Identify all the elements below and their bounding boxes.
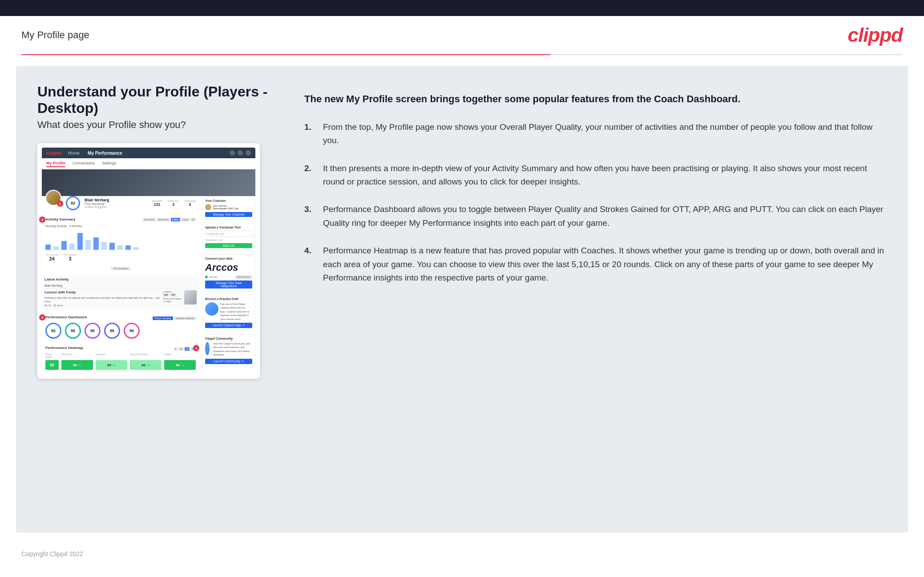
mock-drill-icon	[205, 302, 218, 316]
mock-round-filters: 5 10 15 20	[174, 347, 196, 351]
mock-off-course-stat: Off Course 3	[64, 253, 77, 261]
mock-disconnect-btn[interactable]: Disconnect	[235, 275, 252, 279]
right-intro: The new My Profile screen brings togethe…	[304, 92, 887, 106]
mock-trackman-link: Trackman Link	[205, 239, 252, 241]
mock-lesson-item: Lesson with Fonty Nothing to find: like …	[44, 288, 197, 309]
mock-nav-performance: My Performance	[88, 151, 122, 156]
mock-icon-bell	[238, 150, 243, 156]
mock-arccos-status: Arccos	[205, 276, 217, 278]
mock-activity-title: Activity Summary	[45, 217, 76, 221]
mock-banner	[42, 169, 255, 196]
mock-activity-header: Activity Summary On-course Off-course 6 …	[45, 217, 196, 223]
mock-heatmap-row: 92 90 ↑↓ 85 ↑↓ 86 ↑↓ 96 ↑↓	[45, 360, 196, 370]
mock-bar-12	[133, 247, 139, 250]
page-title: My Profile page	[21, 29, 89, 41]
mock-ring-ott: 90	[65, 323, 81, 339]
mock-launch-app-btn[interactable]: Launch Capture App ↗	[205, 323, 252, 328]
mock-activity-section: 2 Activity Summary On-course Off-course …	[42, 215, 199, 274]
clippd-logo: clippd	[847, 24, 903, 46]
mock-heatmap-app: 85 ↑↓	[96, 360, 127, 370]
left-column: Understand your Profile (Players - Deskt…	[37, 84, 278, 515]
mock-add-btn[interactable]: Add Link	[205, 243, 252, 248]
mock-profile-info: Blair McHarg Plus Handicap United Kingdo…	[85, 198, 147, 208]
mock-location: United Kingdom	[85, 205, 147, 208]
mock-ring-app: 85	[85, 323, 101, 339]
header: My Profile page clippd	[0, 16, 924, 54]
mock-community-content: Visit the Clippd Community and discover …	[205, 342, 252, 357]
mock-handicap-label: Plus Handicap	[85, 202, 147, 205]
mock-heatmap-header: Performance Heatmap 5 10 15 20	[45, 346, 196, 352]
mock-heatmap-overall: 92	[45, 360, 59, 370]
mock-lesson-info: Lesson with Fonty Nothing to find: like …	[44, 290, 160, 307]
mock-round-5: 5	[174, 347, 178, 351]
mock-manage-coaches-btn[interactable]: Manage Your Coaches	[205, 212, 252, 217]
mock-drill-content: Get one of the Clippd Capture drills fro…	[205, 302, 252, 321]
mock-nav-home: Home	[68, 151, 80, 156]
mock-community-box: Clippd Community Visit the Clippd Commun…	[202, 334, 255, 367]
list-item-2: It then presents a more in-depth view of…	[304, 162, 887, 189]
mock-toggle-btns: Player Quality Strokes Gained	[153, 317, 196, 320]
mock-community-text: Visit the Clippd Community and discover …	[213, 342, 252, 357]
mock-heatmap-label-pq: Player Quality	[45, 353, 59, 358]
mock-trackman-input: Trackman Link	[205, 231, 252, 237]
mock-stat-followers: Followers 3	[168, 200, 179, 207]
mock-coach-item: Dan Davies Barnehgate Golf Club	[205, 204, 252, 210]
mock-tag-drill: drill	[170, 293, 176, 297]
mock-filter-off: Off-course	[157, 218, 169, 221]
header-divider	[21, 54, 903, 55]
mock-subnav: My Profile Connections Settings	[42, 158, 255, 169]
top-bar	[0, 0, 924, 16]
mock-stat-following: Following 5	[185, 200, 196, 207]
mock-trackman-title: Upload a Trackman Test	[205, 226, 252, 229]
mock-filter-on: On-course	[143, 218, 156, 221]
mock-trackman-box: Upload a Trackman Test Trackman Link Tra…	[202, 223, 255, 251]
mock-drill-text: Get one of the Clippd Capture drills fro…	[220, 302, 252, 321]
mock-activity-item-1: Blair McHarg	[44, 283, 197, 288]
mock-bar-2	[53, 246, 59, 250]
mock-following-value: 5	[185, 202, 196, 207]
mock-toggle-player: Player Quality	[153, 317, 173, 320]
mock-media-count: 1 Image	[163, 300, 182, 303]
mock-bar-8	[101, 242, 107, 250]
mock-lesson-tags: golf drill	[163, 293, 182, 297]
mock-main-area: 1 92 Blair McHarg Plus Handicap United K…	[42, 196, 255, 374]
mock-heatmap-putt: 96 ↑↓	[164, 360, 196, 370]
mock-arccos-dot	[205, 276, 208, 278]
mock-perf-rings: 92 90 85 86 96	[45, 323, 196, 339]
list-item-1: From the top, My Profile page now shows …	[304, 120, 887, 148]
mock-filter-5m: 6 Mths	[171, 218, 180, 221]
mock-community-img	[205, 342, 210, 355]
main-heading: Understand your Profile (Players - Deskt…	[37, 84, 278, 116]
list-item-2-text: It then presents a more in-depth view of…	[323, 162, 887, 189]
list-item-3-text: Performance Dashboard allows you to togg…	[323, 203, 887, 230]
mock-bar-1	[45, 244, 51, 250]
mock-toggle-strokes: Strokes Gained	[174, 317, 196, 320]
mock-coach-avatar	[205, 204, 211, 210]
mock-on-course-value: 24	[45, 256, 58, 261]
mock-activities-value: 131	[152, 202, 162, 207]
mock-drill-box: Record a Practice Drill Get one of the C…	[202, 294, 255, 331]
mock-manage-integrations-btn[interactable]: Manage Your Data Integrations	[205, 280, 252, 288]
mock-coach-info: Dan Davies Barnehgate Golf Club	[213, 204, 239, 210]
mock-launch-community-btn[interactable]: Launch Community ↗	[205, 359, 252, 364]
mock-lesson-image	[184, 290, 197, 305]
mock-logo: clippd	[46, 150, 61, 156]
mock-latest-title: Latest Activity	[44, 277, 197, 281]
mock-coach-club: Barnehgate Golf Club	[213, 207, 239, 210]
right-column: The new My Profile screen brings togethe…	[304, 84, 887, 515]
mock-community-title: Clippd Community	[205, 337, 252, 340]
mock-bar-7	[93, 237, 99, 250]
copyright-text: Copyright Clippd 2022	[21, 550, 83, 557]
mock-trackman-placeholder: Trackman Link	[207, 232, 250, 235]
mock-right-panel: Your Coaches Dan Davies Barnehgate Golf …	[202, 196, 255, 374]
mock-left-main: 1 92 Blair McHarg Plus Handicap United K…	[42, 196, 199, 374]
mock-browser-bar: clippd Home My Performance	[42, 148, 255, 158]
mock-icon-user	[246, 150, 251, 156]
mock-stat-activities: Activities 131	[152, 200, 162, 207]
mock-banner-overlay	[42, 169, 255, 196]
mock-heatmap-label-arg: Around the Green	[130, 353, 161, 358]
list-item-4-text: Performance Heatmap is a new feature tha…	[323, 244, 887, 284]
main-content: Understand your Profile (Players - Deskt…	[16, 66, 908, 533]
mock-heatmap-labels: Player Quality Off the Tee Approach Arou…	[45, 353, 196, 358]
mock-subnav-settings: Settings	[102, 160, 117, 167]
